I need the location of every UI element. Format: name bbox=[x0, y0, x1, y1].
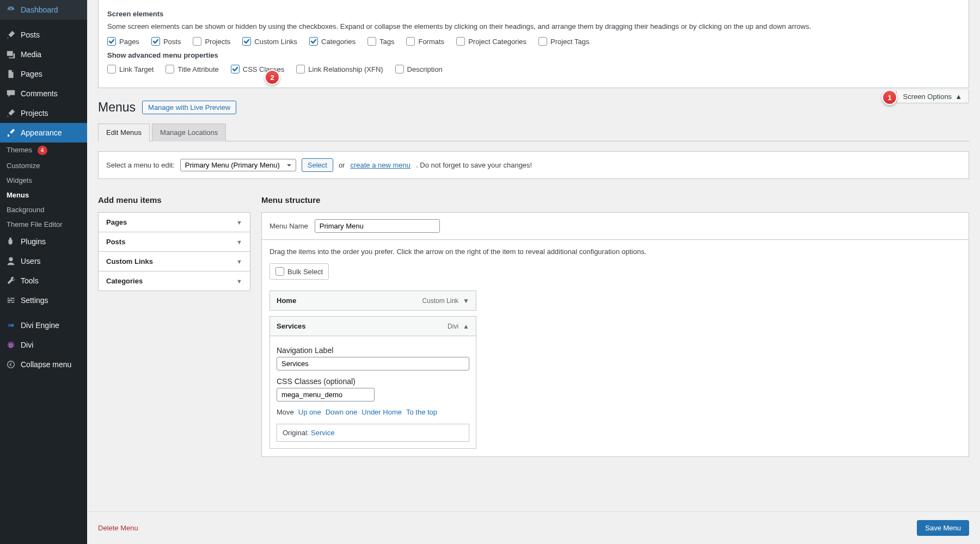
comment-icon bbox=[5, 88, 16, 99]
media-icon bbox=[5, 49, 16, 60]
checkbox-description[interactable]: Description bbox=[395, 65, 443, 73]
sidebar-item-appearance[interactable]: Appearance bbox=[0, 123, 87, 143]
submenu-widgets[interactable]: Widgets bbox=[0, 173, 87, 188]
save-menu-button[interactable]: Save Menu bbox=[917, 520, 969, 536]
brush-icon bbox=[5, 127, 16, 138]
menu-select-row: Select a menu to edit: Primary Menu (Pri… bbox=[98, 151, 969, 179]
chevron-down-icon: ▼ bbox=[236, 239, 242, 245]
menu-item-bar[interactable]: Home Custom Link ▼ bbox=[270, 291, 476, 310]
svg-point-4 bbox=[8, 361, 15, 368]
accordion-pages[interactable]: Pages▼ bbox=[99, 213, 250, 232]
svg-text:D: D bbox=[9, 343, 13, 348]
sidebar-item-label: Tools bbox=[21, 276, 82, 285]
select-row-hint: . Do not forget to save your changes! bbox=[416, 161, 532, 169]
submenu-menus[interactable]: Menus bbox=[0, 188, 87, 202]
checkbox-project-tags[interactable]: Project Tags bbox=[538, 37, 589, 46]
screen-options-toggle[interactable]: Screen Options ▲ bbox=[896, 90, 969, 103]
sidebar-item-divi[interactable]: D Divi bbox=[0, 335, 87, 355]
checkbox-title-attribute[interactable]: Title Attribute bbox=[166, 65, 218, 73]
chevron-down-icon: ▼ bbox=[236, 278, 242, 285]
collapse-icon bbox=[5, 359, 16, 370]
select-button[interactable]: Select bbox=[302, 158, 333, 172]
submenu-customize[interactable]: Customize bbox=[0, 158, 87, 173]
tab-manage-locations[interactable]: Manage Locations bbox=[152, 123, 226, 141]
sidebar-item-settings[interactable]: Settings bbox=[0, 290, 87, 310]
sidebar-item-posts[interactable]: Posts bbox=[0, 25, 87, 45]
navigation-label-input[interactable] bbox=[277, 357, 469, 370]
checkbox-link-relationship-xfn-[interactable]: Link Relationship (XFN) bbox=[296, 65, 383, 73]
chevron-up-icon: ▲ bbox=[955, 92, 962, 101]
screen-options-panel: Screen elements Some screen elements can… bbox=[98, 0, 969, 88]
checkbox-icon bbox=[395, 65, 404, 73]
sidebar-item-projects[interactable]: Projects bbox=[0, 103, 87, 123]
submenu-themes[interactable]: Themes 4 bbox=[0, 143, 87, 158]
css-classes-input[interactable] bbox=[277, 388, 375, 401]
add-items-accordion: Pages▼Posts▼Custom Links▼Categories▼ bbox=[98, 212, 250, 291]
checkbox-custom-links[interactable]: Custom Links bbox=[242, 37, 297, 46]
bulk-select-checkbox[interactable]: Bulk Select bbox=[270, 263, 329, 280]
sidebar-item-divi-engine[interactable]: Divi Engine bbox=[0, 316, 87, 335]
sidebar-item-label: Appearance bbox=[21, 128, 82, 137]
checkbox-link-target[interactable]: Link Target bbox=[107, 65, 154, 73]
or-text: or bbox=[339, 161, 345, 169]
move-top-link[interactable]: To the top bbox=[406, 408, 437, 416]
chevron-up-icon: ▲ bbox=[463, 323, 469, 330]
menu-name-input[interactable] bbox=[315, 219, 440, 233]
menu-structure-box: Menu Name Drag the items into the order … bbox=[261, 212, 969, 457]
gauge-icon bbox=[5, 4, 16, 15]
menu-item-title: Home bbox=[277, 296, 296, 305]
sidebar-item-label: Divi Engine bbox=[21, 321, 82, 330]
sidebar-item-comments[interactable]: Comments bbox=[0, 84, 87, 103]
checkbox-icon bbox=[231, 65, 240, 73]
screen-elements-title: Screen elements bbox=[107, 10, 960, 18]
sidebar-item-collapse[interactable]: Collapse menu bbox=[0, 355, 87, 374]
move-under-link[interactable]: Under Home bbox=[362, 408, 402, 416]
menu-select[interactable]: Primary Menu (Primary Menu) bbox=[180, 159, 296, 171]
move-up-link[interactable]: Up one bbox=[298, 408, 321, 416]
manage-live-preview-button[interactable]: Manage with Live Preview bbox=[142, 101, 236, 114]
checkbox-categories[interactable]: Categories bbox=[309, 37, 356, 46]
chevron-down-icon: ▼ bbox=[236, 258, 242, 265]
move-down-link[interactable]: Down one bbox=[326, 408, 358, 416]
sidebar-item-pages[interactable]: Pages bbox=[0, 64, 87, 84]
checkbox-project-categories[interactable]: Project Categories bbox=[456, 37, 526, 46]
navigation-label-title: Navigation Label bbox=[277, 346, 469, 355]
original-link[interactable]: Service bbox=[311, 429, 334, 437]
menu-name-row: Menu Name bbox=[262, 213, 969, 240]
delete-menu-link[interactable]: Delete Menu bbox=[98, 524, 138, 532]
checkbox-projects[interactable]: Projects bbox=[193, 37, 230, 46]
add-menu-items-column: Add menu items Pages▼Posts▼Custom Links▼… bbox=[98, 195, 250, 291]
screen-elements-checkboxes: PagesPostsProjectsCustom LinksCategories… bbox=[107, 37, 960, 46]
accordion-posts[interactable]: Posts▼ bbox=[99, 232, 250, 252]
checkbox-icon bbox=[193, 37, 201, 46]
accordion-categories[interactable]: Categories▼ bbox=[99, 271, 250, 290]
checkbox-pages[interactable]: Pages bbox=[107, 37, 139, 46]
create-new-menu-link[interactable]: create a new menu bbox=[350, 161, 411, 169]
nav-tabs: Edit Menus Manage Locations bbox=[98, 123, 969, 141]
sidebar-item-dashboard[interactable]: Dashboard bbox=[0, 0, 87, 20]
select-menu-label: Select a menu to edit: bbox=[106, 161, 175, 169]
accordion-custom-links[interactable]: Custom Links▼ bbox=[99, 252, 250, 271]
pin-icon bbox=[5, 108, 16, 119]
sliders-icon bbox=[5, 295, 16, 306]
sidebar-item-tools[interactable]: Tools bbox=[0, 271, 87, 290]
submenu-theme-file-editor[interactable]: Theme File Editor bbox=[0, 217, 87, 232]
sidebar-item-users[interactable]: Users bbox=[0, 251, 87, 271]
submenu-background[interactable]: Background bbox=[0, 202, 87, 217]
tab-edit-menus[interactable]: Edit Menus bbox=[98, 123, 150, 141]
checkbox-tags[interactable]: Tags bbox=[367, 37, 394, 46]
appearance-submenu: Themes 4 Customize Widgets Menus Backgro… bbox=[0, 143, 87, 232]
sidebar-item-plugins[interactable]: Plugins bbox=[0, 232, 87, 251]
menu-structure-column: Menu structure Menu Name Drag the items … bbox=[261, 195, 969, 457]
checkbox-posts[interactable]: Posts bbox=[151, 37, 181, 46]
sidebar-item-label: Comments bbox=[21, 89, 82, 98]
checkbox-icon bbox=[406, 37, 415, 46]
screen-elements-help: Some screen elements can be shown or hid… bbox=[107, 22, 960, 30]
sidebar-item-label: Settings bbox=[21, 296, 82, 305]
menu-item-bar[interactable]: Services Divi ▲ bbox=[270, 317, 476, 336]
divi-engine-icon bbox=[5, 320, 16, 331]
checkbox-formats[interactable]: Formats bbox=[406, 37, 444, 46]
sidebar-item-media[interactable]: Media bbox=[0, 45, 87, 64]
menu-item-type: Custom Link ▼ bbox=[422, 297, 469, 305]
menu-structure-instructions: Drag the items into the order you prefer… bbox=[270, 248, 961, 256]
